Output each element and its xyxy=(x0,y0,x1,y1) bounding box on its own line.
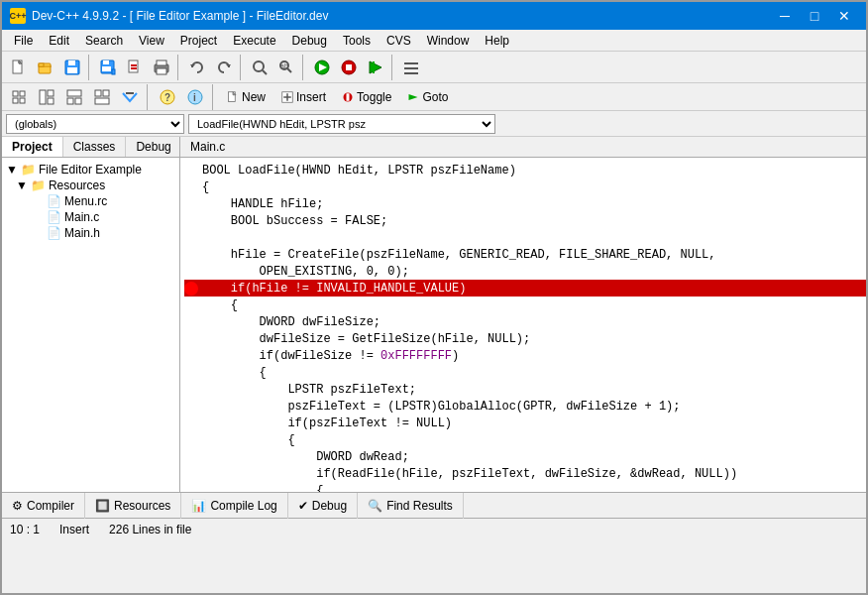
tree-menu-rc[interactable]: 📄 Menu.rc xyxy=(6,193,175,209)
project-tree: ▼ 📁 File Editor Example ▼ 📁 Resources 📄 … xyxy=(2,158,179,245)
debug-run-button[interactable] xyxy=(363,55,388,80)
scope-dropdown[interactable]: (globals) xyxy=(6,114,184,134)
code-text: hFile = CreateFile(pszFileName, GENERIC_… xyxy=(202,248,715,262)
tree-resources-folder[interactable]: ▼ 📁 Resources xyxy=(6,178,175,193)
insert-button[interactable]: Insert xyxy=(274,86,333,108)
function-dropdown[interactable]: LoadFile(HWND hEdit, LPSTR psz xyxy=(188,114,495,134)
code-line: { xyxy=(184,297,866,313)
toolbar-separator-3 xyxy=(240,55,244,80)
code-text: HANDLE hFile; xyxy=(202,197,323,211)
compile-run-button[interactable] xyxy=(309,55,335,80)
svg-rect-10 xyxy=(103,60,109,64)
toolbar-separator-1 xyxy=(88,55,92,80)
help-button-tb[interactable]: ? xyxy=(155,84,180,110)
code-text: LPSTR pszFileText; xyxy=(202,383,416,397)
menu-execute[interactable]: Execute xyxy=(225,30,283,52)
bottom-tab-resources[interactable]: 🔲 Resources xyxy=(85,493,181,519)
toolbar-separator-2 xyxy=(177,55,181,80)
code-line: { xyxy=(184,482,866,492)
menu-help[interactable]: Help xyxy=(477,30,517,52)
goto-button[interactable]: Goto xyxy=(400,86,455,108)
code-text: if(pszFileText != NULL) xyxy=(202,416,452,430)
menu-window[interactable]: Window xyxy=(419,30,478,52)
scope-toolbar: (globals) LoadFile(HWND hEdit, LPSTR psz xyxy=(2,111,866,137)
left-panel: Project Classes Debug ▼ 📁 File Editor Ex… xyxy=(2,137,180,492)
no-breakpoint xyxy=(184,400,198,414)
svg-rect-12 xyxy=(112,69,115,74)
project-tabs: Project Classes Debug xyxy=(2,137,179,158)
minimize-button[interactable]: ─ xyxy=(771,2,799,30)
findresults-icon: 🔍 xyxy=(368,499,382,513)
tab-project[interactable]: Project xyxy=(2,137,63,157)
debug-icon-bt: ✔ xyxy=(298,499,308,513)
no-breakpoint xyxy=(184,265,198,279)
redo-button[interactable] xyxy=(211,55,237,80)
close-button-tb[interactable] xyxy=(122,55,148,80)
code-line: HANDLE hFile; xyxy=(184,195,866,212)
print-button[interactable] xyxy=(149,55,174,80)
svg-rect-32 xyxy=(404,62,418,64)
code-text: { xyxy=(202,433,295,447)
svg-rect-47 xyxy=(95,98,109,104)
compilelog-label: Compile Log xyxy=(210,499,276,513)
replace-button[interactable]: ab xyxy=(273,55,299,80)
tab-debug[interactable]: Debug xyxy=(126,137,180,157)
close-button[interactable]: ✕ xyxy=(830,2,858,30)
menu-view[interactable]: View xyxy=(131,30,172,52)
resources-icon: 🔲 xyxy=(95,499,110,513)
svg-rect-37 xyxy=(13,98,18,103)
search-button-tb[interactable] xyxy=(247,55,272,80)
menu-cvs[interactable]: CVS xyxy=(379,30,419,52)
bottom-tab-compiler[interactable]: ⚙ Compiler xyxy=(2,493,85,519)
save-button[interactable] xyxy=(59,55,85,80)
menu-project[interactable]: Project xyxy=(172,30,225,52)
svg-rect-45 xyxy=(95,90,101,96)
svg-rect-42 xyxy=(67,90,81,96)
new-file-button[interactable] xyxy=(6,55,32,80)
indent-button[interactable] xyxy=(398,55,424,80)
code-line: hFile = CreateFile(pszFileName, GENERIC_… xyxy=(184,246,866,263)
compiler-icon: ⚙ xyxy=(12,499,23,513)
menu-search[interactable]: Search xyxy=(77,30,131,52)
menu-tools[interactable]: Tools xyxy=(335,30,379,52)
code-text: if(hFile != INVALID_HANDLE_VALUE) xyxy=(202,282,466,296)
svg-rect-41 xyxy=(48,98,54,104)
tb2-btn1[interactable] xyxy=(6,84,32,110)
code-line: OPEN_EXISTING, 0, 0); xyxy=(184,263,866,280)
info-button-tb[interactable]: i xyxy=(182,84,208,110)
no-breakpoint xyxy=(184,214,198,228)
bottom-tab-compilelog[interactable]: 📊 Compile Log xyxy=(181,493,287,519)
compilelog-icon: 📊 xyxy=(191,499,206,513)
save-all-button[interactable] xyxy=(95,55,121,80)
tree-main-h[interactable]: 📄 Main.h xyxy=(6,225,175,241)
svg-rect-7 xyxy=(68,60,75,65)
tb2-btn4[interactable] xyxy=(89,84,115,110)
no-breakpoint xyxy=(184,298,198,312)
toolbar2-sep1 xyxy=(147,84,151,110)
bottom-panel: ⚙ Compiler 🔲 Resources 📊 Compile Log ✔ D… xyxy=(2,492,866,518)
svg-text:i: i xyxy=(193,92,196,103)
toggle-button[interactable]: Toggle xyxy=(335,86,398,108)
tree-main-c[interactable]: 📄 Main.c xyxy=(6,209,175,225)
menu-debug[interactable]: Debug xyxy=(284,30,335,52)
menu-file[interactable]: File xyxy=(6,30,41,52)
menu-edit[interactable]: Edit xyxy=(41,30,77,52)
bottom-tab-debug[interactable]: ✔ Debug xyxy=(288,493,358,519)
tab-classes[interactable]: Classes xyxy=(63,137,127,157)
tb2-btn2[interactable] xyxy=(34,84,59,110)
tb2-btn3[interactable] xyxy=(61,84,87,110)
file-icon-h: 📄 xyxy=(47,226,61,240)
tb2-btn5[interactable] xyxy=(117,84,143,110)
stop-button[interactable] xyxy=(336,55,362,80)
undo-button[interactable] xyxy=(184,55,210,80)
bottom-tab-findresults[interactable]: 🔍 Find Results xyxy=(358,493,464,519)
code-content[interactable]: BOOL LoadFile(HWND hEdit, LPSTR pszFileN… xyxy=(180,158,866,492)
code-line: pszFileText = (LPSTR)GlobalAlloc(GPTR, d… xyxy=(184,398,866,415)
tree-root[interactable]: ▼ 📁 File Editor Example xyxy=(6,162,175,178)
new-button[interactable]: New xyxy=(220,86,272,108)
open-file-button[interactable] xyxy=(33,55,58,80)
title-bar: C++ Dev-C++ 4.9.9.2 - [ File Editor Exam… xyxy=(2,2,866,30)
toolbar-separator-5 xyxy=(391,55,395,80)
maximize-button[interactable]: □ xyxy=(801,2,828,30)
status-bar: 10 : 1 Insert 226 Lines in file xyxy=(2,518,866,539)
